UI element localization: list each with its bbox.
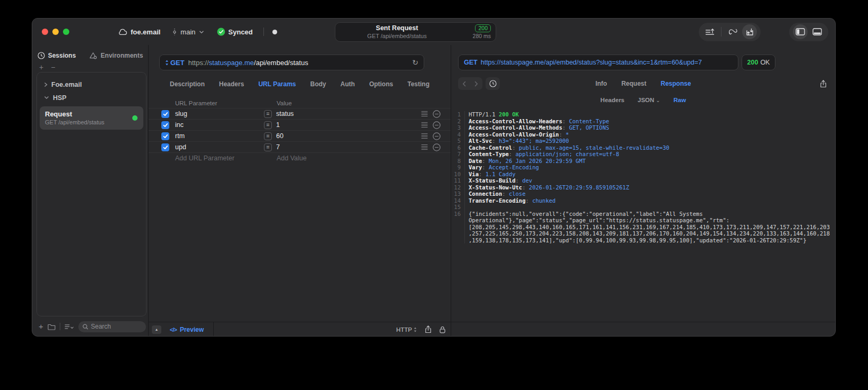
response-line: 10Via: 1.1 Caddy (451, 171, 831, 178)
param-name-field[interactable]: slug (175, 110, 264, 117)
drag-handle-icon[interactable] (421, 111, 433, 117)
protocol-selector[interactable]: HTTP (396, 326, 417, 333)
add-session-button[interactable]: + (39, 64, 43, 72)
tab-response[interactable]: Response (661, 80, 691, 87)
param-enabled-checkbox[interactable] (161, 132, 169, 140)
toggle-bottom-panel-button[interactable] (810, 24, 825, 39)
method-selector[interactable]: GET (165, 59, 185, 67)
param-name-field[interactable]: inc (175, 121, 264, 129)
check-icon (163, 112, 168, 116)
param-enabled-checkbox[interactable] (161, 110, 169, 118)
request-list-export-button[interactable] (702, 24, 717, 39)
close-window-button[interactable] (42, 29, 48, 35)
tree-group-hsp[interactable]: HSP (37, 91, 146, 104)
preview-button[interactable]: </> Preview (170, 326, 204, 333)
subtab-headers[interactable]: Headers (600, 97, 624, 103)
project-switcher[interactable]: foe.email (118, 28, 160, 36)
request-item-subtitle: GET /api/embed/status (45, 119, 138, 126)
request-url-text[interactable]: https://statuspage.me/api/embed/status (188, 59, 308, 67)
line-number: 3 (451, 124, 465, 131)
response-line: 15 (451, 204, 831, 211)
drag-handle-icon[interactable] (421, 122, 433, 128)
line-number: 4 (451, 131, 465, 138)
sync-loop-button[interactable] (725, 24, 740, 39)
request-list-item-selected[interactable]: Request GET /api/embed/status (40, 106, 143, 130)
toolbar-actions-group (699, 23, 761, 41)
sort-list-button[interactable] (65, 324, 74, 330)
tab-sessions-label: Sessions (48, 52, 76, 59)
remove-param-icon[interactable] (433, 143, 446, 151)
branch-switcher[interactable]: main (172, 28, 204, 36)
equals-icon: = (264, 143, 272, 151)
response-pane: GET https://statuspage.me/api/embed/stat… (451, 45, 835, 337)
param-value-field[interactable]: 1 (276, 121, 280, 129)
remove-session-button[interactable]: − (51, 64, 55, 72)
minimize-window-button[interactable] (52, 29, 59, 35)
subtab-json[interactable]: JSON⌄ (638, 97, 661, 103)
response-line: 7Content-Type: application/json; charset… (451, 151, 831, 158)
add-request-button[interactable]: + (39, 323, 43, 330)
import-export-button[interactable] (742, 24, 757, 39)
sync-status[interactable]: Synced (217, 28, 253, 36)
param-name-field[interactable]: rtm (175, 132, 264, 140)
tab-description[interactable]: Description (170, 80, 205, 88)
add-param-row[interactable]: Add URL Parameter Add Value (149, 152, 451, 164)
tab-request[interactable]: Request (622, 80, 646, 87)
project-name: foe.email (131, 28, 160, 36)
toggle-sidebar-button[interactable] (793, 24, 808, 39)
preview-label: Preview (180, 326, 204, 333)
response-url-readout[interactable]: GET https://statuspage.me/api/embed/stat… (458, 55, 738, 70)
response-line: 11X-Status-Build: dev (451, 177, 831, 184)
tab-info[interactable]: Info (596, 80, 607, 87)
response-line: 8Date: Mon, 26 Jan 2026 20:29:59 GMT (451, 158, 831, 165)
response-raw-view[interactable]: 1HTTP/1.1 200 OK2Access-Control-Allow-He… (451, 111, 835, 322)
column-header-value: Value (264, 100, 421, 106)
add-param-name-placeholder[interactable]: Add URL Parameter (175, 155, 264, 162)
param-value-field[interactable]: 60 (276, 132, 284, 140)
tab-url-params[interactable]: URL Params (258, 80, 296, 88)
params-rows: slug = status inc = 1 (149, 108, 451, 152)
add-param-value-placeholder[interactable]: Add Value (264, 155, 421, 162)
line-number: 14 (451, 197, 465, 204)
tab-sessions[interactable]: Sessions (38, 52, 76, 59)
response-line: 1HTTP/1.1 200 OK (451, 111, 831, 118)
response-line: 5Alt-Svc: h3=":443"; ma=2592000 (451, 138, 831, 144)
tab-options[interactable]: Options (369, 80, 393, 88)
expand-panel-button[interactable]: ▲ (152, 325, 161, 334)
param-enabled-checkbox[interactable] (161, 143, 169, 151)
refresh-icon[interactable]: ↻ (412, 58, 418, 67)
drag-handle-icon[interactable] (421, 144, 433, 150)
drag-handle-icon[interactable] (421, 133, 433, 139)
share-icon[interactable] (425, 325, 432, 333)
request-url-bar[interactable]: GET https://statuspage.me/api/embed/stat… (159, 55, 424, 70)
sidebar: Sessions Environments + − Foe (32, 45, 149, 337)
new-folder-button[interactable] (48, 323, 56, 330)
response-status-box: 200 OK (742, 55, 775, 70)
subtab-raw[interactable]: Raw (673, 97, 686, 103)
response-status-code: 200 (747, 59, 759, 66)
remove-param-icon[interactable] (433, 110, 446, 118)
param-name-field[interactable]: upd (175, 143, 264, 151)
zoom-window-button[interactable] (63, 29, 69, 35)
line-number: 13 (451, 191, 465, 197)
response-subtabs: HeadersJSON⌄Raw (451, 95, 835, 105)
lock-icon[interactable] (440, 326, 445, 333)
list-arrow-up-icon (705, 28, 715, 36)
window-controls (42, 29, 69, 35)
remove-param-icon[interactable] (433, 132, 446, 140)
request-summary-pill[interactable]: Sent Request GET /api/embed/status 200 2… (335, 22, 496, 42)
param-enabled-checkbox[interactable] (161, 121, 169, 129)
search-input[interactable]: Search (78, 321, 146, 332)
equals-icon: = (264, 132, 272, 140)
param-value-field[interactable]: 7 (276, 143, 280, 151)
tab-environments-label: Environments (100, 52, 143, 59)
tree-group-foe-email[interactable]: Foe.email (37, 78, 146, 91)
tab-testing[interactable]: Testing (407, 80, 430, 88)
remove-param-icon[interactable] (433, 121, 446, 129)
tab-headers[interactable]: Headers (219, 80, 244, 88)
line-number: 5 (451, 138, 465, 144)
param-value-field[interactable]: status (276, 110, 294, 117)
tab-body[interactable]: Body (310, 80, 326, 88)
tab-auth[interactable]: Auth (341, 80, 355, 88)
tab-environments[interactable]: Environments (89, 52, 143, 59)
